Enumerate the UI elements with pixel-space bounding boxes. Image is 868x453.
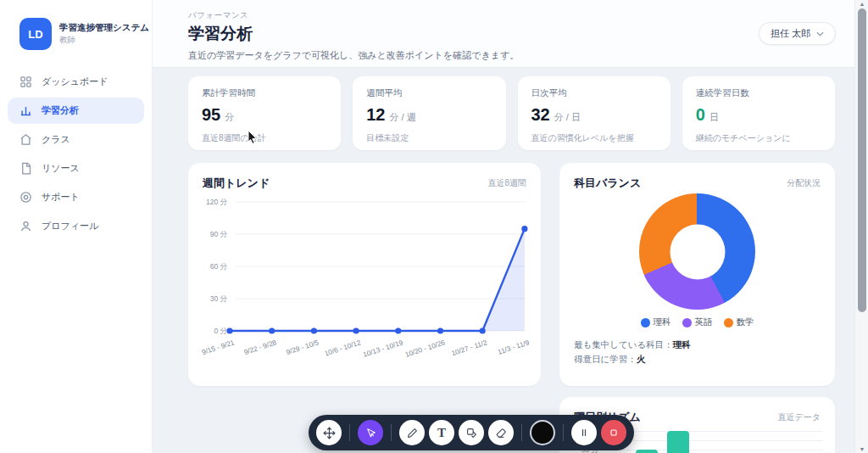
eraser-tool-button[interactable] — [488, 420, 514, 445]
svg-text:10/20 - 10/26: 10/20 - 10/26 — [404, 338, 447, 359]
annotation-toolbar: T — [309, 415, 634, 450]
rhythm-bar — [636, 450, 658, 453]
svg-text:9/29 - 10/5: 9/29 - 10/5 — [285, 338, 320, 356]
chevron-down-icon — [816, 31, 824, 36]
pencil-icon — [407, 428, 418, 439]
weekly-trend-card: 週間トレンド 直近8週間 0 分30 分60 分90 分120 分9/15 - … — [188, 163, 541, 386]
stat-note: 目標未設定 — [366, 132, 492, 144]
sidebar-item-class[interactable]: クラス — [8, 126, 144, 153]
subject-donut-chart — [639, 193, 755, 310]
page-description: 直近の学習データをグラフで可視化し、強みと改善ポイントを確認できます。 — [188, 49, 834, 62]
scroll-down-arrow[interactable]: ▼ — [855, 446, 868, 452]
weekly-trend-title: 週間トレンド — [203, 176, 270, 191]
subject-balance-title: 科目バランス — [574, 176, 641, 191]
svg-text:10/27 - 11/2: 10/27 - 11/2 — [450, 338, 488, 357]
weekday-rhythm-badge: 直近データ — [778, 411, 821, 423]
footer-label: 最も集中している科目： — [574, 339, 673, 350]
eraser-icon — [496, 428, 507, 439]
sidebar-item-label: プロフィール — [42, 220, 98, 232]
svg-text:0 分: 0 分 — [214, 327, 227, 335]
stat-card-streak: 連続学習日数 0 日 継続のモチベーションに — [682, 76, 835, 150]
sidebar-item-label: リソース — [42, 162, 80, 175]
stat-value: 32 — [531, 105, 550, 125]
brand: LD 学習進捗管理システム 教師 — [0, 0, 152, 50]
support-icon — [19, 191, 32, 204]
app-window: LD 学習進捗管理システム 教師 ダッシュボード 学習分析 — [0, 0, 868, 453]
sidebar-item-analytics[interactable]: 学習分析 — [8, 98, 144, 124]
rhythm-bar — [667, 431, 689, 453]
toolbar-divider — [521, 424, 522, 441]
stat-unit: 分 / 日 — [554, 111, 581, 124]
svg-text:60 分: 60 分 — [210, 262, 228, 271]
sidebar-item-label: 学習分析 — [42, 104, 79, 117]
vertical-scrollbar[interactable]: ▲ ▼ — [854, 0, 868, 453]
app-title: 学習進捗管理システム — [59, 22, 149, 33]
footer-strong: 理科 — [673, 339, 691, 350]
svg-text:10/13 - 10/19: 10/13 - 10/19 — [362, 338, 404, 359]
svg-text:9/15 - 9/21: 9/15 - 9/21 — [201, 338, 236, 356]
legend-item: 英語 — [682, 316, 713, 328]
sidebar-item-label: サポート — [42, 191, 80, 204]
legend-label: 英語 — [695, 316, 713, 328]
shapes-tool-button[interactable] — [459, 420, 484, 445]
sidebar-item-support[interactable]: サポート — [8, 184, 144, 210]
subject-balance-badge: 分配状況 — [787, 177, 821, 189]
home-icon — [19, 133, 32, 146]
sidebar-item-profile[interactable]: プロフィール — [8, 213, 144, 239]
toolbar-divider — [391, 424, 392, 441]
user-menu-button[interactable]: 担任 太郎 — [759, 22, 836, 45]
scrollbar-thumb[interactable] — [858, 8, 866, 312]
page-header: パフォーマンス 学習分析 直近の学習データをグラフで可視化し、強みと改善ポイント… — [153, 0, 854, 68]
legend-label: 理科 — [654, 316, 671, 328]
cursor-icon — [365, 428, 376, 439]
text-tool-button[interactable]: T — [429, 420, 454, 445]
stat-label: 週間平均 — [366, 87, 492, 99]
stat-note: 直近8週間の合計 — [202, 132, 327, 144]
app-subtitle: 教師 — [59, 35, 149, 46]
stat-unit: 分 / 週 — [390, 111, 416, 124]
stat-label: 連続学習日数 — [696, 87, 821, 99]
toolbar-divider — [349, 424, 350, 441]
svg-text:10/6 - 10/12: 10/6 - 10/12 — [323, 338, 362, 357]
legend-dot — [641, 318, 650, 327]
stat-label: 日次平均 — [531, 87, 657, 99]
toolbar-divider — [563, 424, 564, 441]
stat-card-daily-avg: 日次平均 32 分 / 日 直近の習慣化レベルを把握 — [518, 76, 670, 150]
subject-balance-footer: 最も集中している科目：理科 得意日に学習：火 — [574, 338, 691, 367]
stat-note: 継続のモチベーションに — [696, 132, 821, 144]
stat-label: 累計学習時間 — [202, 87, 327, 99]
breadcrumb: パフォーマンス — [188, 10, 834, 21]
mouse-cursor — [247, 130, 259, 145]
svg-text:90 分: 90 分 — [210, 230, 228, 238]
sidebar-item-label: クラス — [42, 133, 70, 146]
sidebar-item-dashboard[interactable]: ダッシュボード — [8, 69, 144, 95]
document-icon — [19, 162, 32, 175]
main-content: パフォーマンス 学習分析 直近の学習データをグラフで可視化し、強みと改善ポイント… — [153, 0, 854, 453]
scroll-up-arrow[interactable]: ▲ — [855, 1, 868, 7]
dashboard-icon — [19, 76, 32, 88]
pause-recording-button[interactable] — [571, 420, 597, 445]
donut-legend: 理科 英語 数学 — [559, 316, 835, 328]
page-title: 学習分析 — [188, 23, 834, 45]
cursor-tool-button[interactable] — [358, 420, 383, 445]
footer-label: 得意日に学習： — [574, 354, 637, 364]
stat-cards-row: 累計学習時間 95 分 直近8週間の合計 週間平均 12 分 / 週 目標未設定… — [188, 76, 835, 150]
svg-text:120 分: 120 分 — [206, 198, 228, 206]
legend-dot — [724, 318, 733, 327]
sidebar-nav: ダッシュボード 学習分析 クラス リソース — [0, 69, 152, 239]
stat-unit: 日 — [709, 111, 719, 124]
weekly-trend-svg: 0 分30 分60 分90 分120 分9/15 - 9/219/22 - 9/… — [188, 193, 541, 380]
pencil-tool-button[interactable] — [399, 420, 425, 445]
move-tool-button[interactable] — [316, 420, 342, 445]
pause-icon — [579, 428, 589, 438]
user-name: 担任 太郎 — [771, 27, 810, 40]
stat-card-total: 累計学習時間 95 分 直近8週間の合計 — [188, 76, 341, 150]
svg-text:11/3 - 11/9: 11/3 - 11/9 — [497, 338, 531, 356]
app-logo: LD — [19, 18, 52, 50]
stat-value: 12 — [366, 105, 385, 125]
sidebar-item-resources[interactable]: リソース — [8, 155, 144, 182]
weekly-trend-badge: 直近8週間 — [487, 177, 526, 189]
legend-label: 数学 — [737, 316, 754, 328]
stop-recording-button[interactable] — [601, 420, 626, 445]
color-swatch-button[interactable] — [530, 420, 555, 445]
